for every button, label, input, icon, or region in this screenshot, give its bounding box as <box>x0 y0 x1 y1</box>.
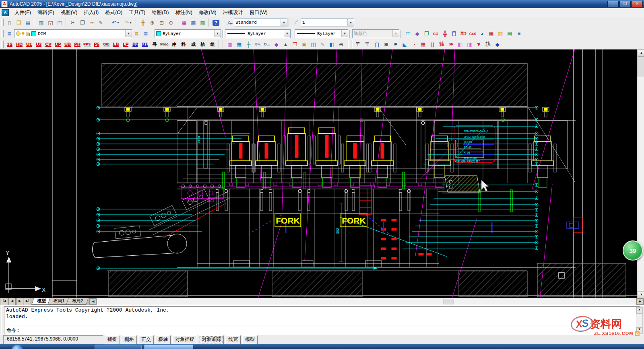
canvas-hscrollbar[interactable]: ◀ ▶ <box>89 298 644 305</box>
start-orb[interactable] <box>11 345 23 349</box>
notification-badge[interactable]: 39 <box>623 240 643 261</box>
point-plot-button[interactable]: ┼ <box>244 40 253 49</box>
die-tool-P5[interactable]: P5 <box>92 40 101 49</box>
help-button[interactable]: ? <box>211 18 221 27</box>
chevron-down-icon[interactable]: ▼ <box>214 30 221 37</box>
menu-冲模设计[interactable]: 冲模设计 <box>220 8 246 17</box>
rail-tool-button[interactable]: 轨 <box>483 40 493 49</box>
markup-button[interactable]: ◆ <box>413 29 422 38</box>
menu-编辑E[interactable]: 编辑(E) <box>34 8 58 17</box>
zoom-realtime-button[interactable]: ⊕ <box>148 18 157 27</box>
die-tool-料[interactable]: 料 <box>179 40 188 49</box>
die-tool-LB[interactable]: LB <box>111 40 121 49</box>
chevron-down-icon[interactable]: ▼ <box>341 30 348 37</box>
drawing-canvas[interactable]: FORK FORK 392 2108 Y X SPM-PNP08≈5.4/kgf… <box>0 49 637 298</box>
punch-a-button[interactable]: 〒 <box>354 40 363 49</box>
eight-swap-button[interactable]: 8≒ <box>253 40 262 49</box>
new-file-button[interactable]: ▯ <box>5 18 14 27</box>
die-grid-button[interactable]: ▦ <box>419 40 428 49</box>
menu-标注N[interactable]: 标注(N) <box>172 8 196 17</box>
table-tool-button[interactable]: ▦ <box>235 40 244 49</box>
color-combo[interactable]: ByLayer ▼ <box>155 29 221 38</box>
chevron-down-icon[interactable]: ▼ <box>117 21 120 24</box>
dim-style-combo[interactable]: 1 ▼ <box>301 18 354 27</box>
hourglass-button[interactable]: ▼ <box>474 40 483 49</box>
insert-arrow-button[interactable]: ◣ <box>400 40 409 49</box>
publish-button[interactable]: ◳ <box>55 18 64 27</box>
make-object-layer-current-button[interactable]: ≣ <box>132 29 141 38</box>
die-tool-UP[interactable]: UP <box>53 40 63 49</box>
sp-tool-button[interactable]: SP <box>446 40 456 49</box>
hscroll-right-icon[interactable]: ▶ <box>636 298 644 305</box>
scroll-down-icon[interactable]: ▼ <box>638 291 644 298</box>
pink-left-button[interactable]: ◧ <box>456 40 465 49</box>
axis-tool-button[interactable]: 轴 <box>437 40 446 49</box>
dim-style-icon-button[interactable]: ⟋ <box>291 18 301 27</box>
cos-button[interactable]: C¢S <box>468 29 477 38</box>
tab-nav-1[interactable]: ◀ <box>8 298 16 305</box>
plot-button[interactable]: ▥ <box>37 18 46 27</box>
command-history[interactable]: AutoCAD Express Tools Copyright ?2000 Au… <box>4 306 640 326</box>
layer-combo[interactable]: ✹ DIM ▼ <box>14 29 132 38</box>
die-tool-CV[interactable]: CV <box>43 40 53 49</box>
block-tool-button[interactable]: ◫ <box>309 40 318 49</box>
layer-lock-icon[interactable] <box>26 33 30 36</box>
die-tool-组[interactable]: 组 <box>208 40 217 49</box>
etransmit-button[interactable]: ◫ <box>403 29 413 38</box>
restore-button[interactable]: ❐ <box>619 1 631 7</box>
undo-button[interactable]: ↶▼ <box>109 18 122 27</box>
tool-palettes-button[interactable]: ▦ <box>180 18 189 27</box>
menu-插入I[interactable]: 插入(I) <box>80 8 102 17</box>
chevron-down-icon[interactable]: ▼ <box>281 19 287 26</box>
document-icon[interactable]: A <box>2 9 9 16</box>
tab-nav-3[interactable]: ▶Ⅰ <box>24 298 31 305</box>
menu-文件F[interactable]: 文件(F) <box>11 8 34 17</box>
taskbar-item[interactable] <box>95 345 142 349</box>
stamp-button[interactable]: ◔ <box>409 40 419 49</box>
color-bars-button[interactable]: ▥ <box>496 29 505 38</box>
dan-s-button[interactable]: 單S <box>459 29 468 38</box>
taskbar-item-active[interactable] <box>144 345 193 349</box>
text-style-combo[interactable]: Standard ▼ <box>234 18 287 27</box>
menu-视图V[interactable]: 视图(V) <box>58 8 81 17</box>
menu-绘图D[interactable]: 绘图(D) <box>149 8 172 17</box>
ip-tool-button[interactable]: IP <box>391 40 400 49</box>
die-tool-DIE[interactable]: DIE <box>101 40 111 49</box>
die-tool-HD[interactable]: HD <box>14 40 24 49</box>
die-tool-PPS[interactable]: PPS <box>82 40 92 49</box>
toolbar-grip[interactable] <box>1 30 4 37</box>
toggle-栅格[interactable]: 栅格 <box>122 335 137 344</box>
die-tool-1S[interactable]: 1S <box>5 40 14 49</box>
layer-properties-button[interactable]: ≣ <box>5 29 14 38</box>
wedge-tool-button[interactable]: ◆ <box>272 40 281 49</box>
die-tool-PH[interactable]: PH <box>72 40 82 49</box>
open-file-button[interactable]: ❒ <box>14 18 23 27</box>
redo-button[interactable]: ↷▼ <box>122 18 134 27</box>
circle-plus-button[interactable]: ⊕ <box>336 40 346 49</box>
frame-button[interactable]: ╬ <box>440 29 450 38</box>
command-window[interactable]: AutoCAD Express Tools Copyright ?2000 Au… <box>0 305 644 335</box>
layer-previous-button[interactable]: ≣ <box>141 29 151 38</box>
export-layout-button[interactable]: ❒ <box>422 29 431 38</box>
paint-bucket-button[interactable]: ◕ <box>477 29 487 38</box>
close-button[interactable]: ✕ <box>632 1 643 7</box>
hscroll-thumb[interactable] <box>444 299 454 304</box>
die-tool-冲[interactable]: 冲 <box>169 40 179 49</box>
die-tool-成[interactable]: 成 <box>188 40 198 49</box>
pencil-a-button[interactable]: ▲ <box>281 40 290 49</box>
tab-布局2[interactable]: 布局2 <box>66 298 89 305</box>
o-options-button[interactable]: O… <box>262 40 272 49</box>
spring-button[interactable]: ≋ <box>382 40 391 49</box>
die-tool-B2[interactable]: B2 <box>130 40 140 49</box>
layer-freeze-icon[interactable]: ✹ <box>21 31 25 36</box>
toggle-极轴[interactable]: 极轴 <box>155 335 171 344</box>
die-tool-U2[interactable]: U2 <box>34 40 43 49</box>
layer-color-swatch[interactable] <box>31 31 36 36</box>
toggle-对象捕捉[interactable]: 对象捕捉 <box>172 335 197 344</box>
plot-preview-button[interactable]: ◱ <box>46 18 55 27</box>
die-tool-LP[interactable]: LP <box>121 40 130 49</box>
scroll-up-icon[interactable]: ▲ <box>636 308 642 314</box>
chevron-down-icon[interactable]: ▼ <box>129 21 132 24</box>
lineweight-combo[interactable]: ByLayer ▼ <box>295 29 348 38</box>
toggle-对象追踪[interactable]: 对象追踪 <box>199 335 224 344</box>
